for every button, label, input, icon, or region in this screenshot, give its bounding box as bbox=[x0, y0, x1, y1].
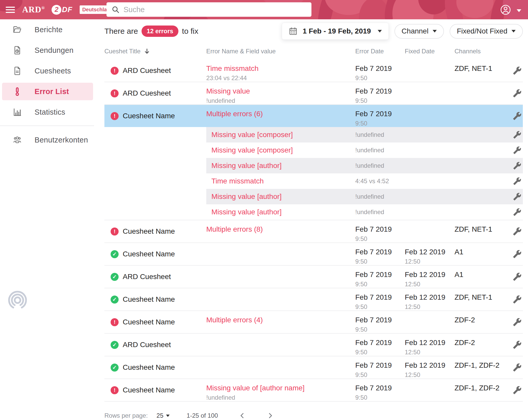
menu-icon[interactable] bbox=[6, 5, 15, 14]
column-cuesheet-title: Cueshet Title bbox=[104, 48, 141, 55]
error-date: Feb 7 2019 bbox=[355, 110, 405, 118]
sort-descending-icon[interactable] bbox=[144, 48, 150, 55]
fixed-icon: ✓ bbox=[111, 296, 119, 304]
table-row[interactable]: ! ✓ Cuesheet Name Multiple errors (4) Fe… bbox=[104, 310, 523, 333]
table-row[interactable]: ! ✓ Cuesheet Name Multiple errors (8) Fe… bbox=[104, 220, 523, 242]
fix-wrench-button[interactable] bbox=[512, 191, 523, 202]
error-name: Missing value [composer] bbox=[211, 131, 355, 139]
previous-page-button[interactable] bbox=[239, 412, 246, 419]
fixed-date: Feb 12 2019 bbox=[405, 361, 455, 369]
main-content: There are 12 errors to fix 1 Feb - 19 Fe… bbox=[94, 19, 528, 420]
table-row[interactable]: ! ✓ Cuesheet Name Multiple errors (6) Fe… bbox=[104, 104, 523, 127]
search-input[interactable] bbox=[123, 5, 299, 14]
sidebar-item-berichte[interactable]: Berichte bbox=[0, 19, 94, 40]
error-name: Missing value [author] bbox=[211, 162, 355, 170]
cuesheet-title: ARD Cuesheet bbox=[123, 66, 171, 75]
rows-per-page-select[interactable]: 25 bbox=[156, 412, 170, 419]
table-row[interactable]: ! ✓ Cuesheet Name Feb 7 2019 9:50 Feb 12… bbox=[104, 356, 523, 379]
search-icon bbox=[112, 6, 119, 13]
fix-wrench-button[interactable] bbox=[512, 226, 523, 237]
account-icon[interactable] bbox=[500, 4, 511, 15]
fix-wrench-button[interactable] bbox=[512, 160, 523, 171]
fix-wrench-button[interactable] bbox=[512, 384, 523, 396]
fix-wrench-button[interactable] bbox=[512, 129, 523, 140]
watermark-logo bbox=[4, 289, 31, 310]
fix-wrench-button[interactable] bbox=[512, 65, 523, 76]
fixed-filter[interactable]: Fixed/Not Fixed bbox=[450, 24, 523, 39]
table-row[interactable]: ! ✓ Cuesheet Name Feb 7 2019 9:50 Feb 12… bbox=[104, 242, 523, 265]
fixed-icon: ✓ bbox=[111, 341, 119, 349]
fix-wrench-button[interactable] bbox=[512, 248, 523, 260]
error-field-value: !undefined bbox=[206, 394, 355, 401]
sidebar-item-benutzerkonten[interactable]: Benutzerkonten bbox=[0, 130, 94, 150]
fix-wrench-button[interactable] bbox=[512, 145, 523, 156]
error-date: Feb 7 2019 bbox=[355, 87, 405, 95]
table-subrow[interactable]: Missing value [composer] !undefined bbox=[206, 127, 523, 142]
fix-wrench-button[interactable] bbox=[512, 206, 523, 218]
table-subrow[interactable]: Missing value [author] !undefined bbox=[206, 189, 523, 204]
errors-count-badge: 12 errors bbox=[142, 26, 178, 37]
table-row[interactable]: ! ✓ ARD Cuesheet Feb 7 2019 9:50 Feb 12 … bbox=[104, 333, 523, 356]
exclamation-icon bbox=[12, 87, 22, 96]
fixed-filter-label: Fixed/Not Fixed bbox=[457, 27, 507, 35]
sidebar: Berichte Sendungen Cuesheets Error List bbox=[0, 19, 94, 420]
sidebar-item-sendungen[interactable]: Sendungen bbox=[0, 40, 94, 61]
fix-wrench-button[interactable] bbox=[512, 316, 523, 328]
table-row[interactable]: ! ✓ Cuesheet Name Feb 7 2019 9:50 Feb 12… bbox=[104, 288, 523, 310]
error-name: Missing value bbox=[206, 87, 250, 95]
table-subrow[interactable]: Missing value [author] !undefined bbox=[206, 204, 523, 220]
error-name: Missing value [author] bbox=[211, 192, 355, 201]
error-time: 9:50 bbox=[355, 258, 405, 265]
fixed-date: Feb 12 2019 bbox=[405, 339, 455, 347]
fixed-date: Feb 12 2019 bbox=[405, 271, 455, 279]
sidebar-item-error-list[interactable]: Error List bbox=[2, 83, 93, 100]
error-time: 9:50 bbox=[355, 303, 405, 310]
cuesheet-title: Cuesheet Name bbox=[123, 250, 175, 258]
table-row[interactable]: ! ✓ ARD Cuesheet Feb 7 2019 9:50 Feb 12 … bbox=[104, 265, 523, 288]
sidebar-item-statistics[interactable]: Statistics bbox=[0, 102, 94, 122]
toolbar: There are 12 errors to fix 1 Feb - 19 Fe… bbox=[104, 19, 523, 43]
next-page-button[interactable] bbox=[267, 412, 274, 419]
zdf-logo: 2 DF bbox=[52, 5, 72, 15]
fix-wrench-button[interactable] bbox=[512, 271, 523, 282]
error-time: 9:50 bbox=[355, 120, 405, 127]
table-subrow[interactable]: Time missmatch 4:45 vs 4:52 bbox=[206, 173, 523, 189]
sidebar-item-label: Error List bbox=[35, 87, 69, 96]
channels: ZDF-1, ZDF-2 bbox=[455, 384, 499, 392]
error-field-value: !undefined bbox=[355, 208, 507, 216]
sidebar-item-label: Sendungen bbox=[35, 46, 73, 55]
channels: ZDF, NET-1 bbox=[455, 225, 492, 233]
date-range-picker[interactable]: 1 Feb - 19 Feb, 2019 bbox=[282, 23, 389, 40]
table-subrow[interactable]: Missing value [composer] !undefined bbox=[206, 142, 523, 158]
error-name: Multiple errors (4) bbox=[206, 316, 263, 324]
channel-filter[interactable]: Channel bbox=[394, 24, 444, 39]
channels: A1 bbox=[455, 271, 463, 279]
fix-wrench-button[interactable] bbox=[512, 294, 523, 305]
error-name: Multiple errors (6) bbox=[206, 110, 263, 118]
error-time: 9:50 bbox=[355, 281, 405, 288]
fix-wrench-button[interactable] bbox=[512, 339, 523, 350]
fixed-date: Feb 12 2019 bbox=[405, 248, 455, 256]
account-chevron-down-icon[interactable] bbox=[517, 9, 521, 12]
table-row[interactable]: ! ✓ ARD Cuesheet Time missmatch 23:04 vs… bbox=[104, 60, 523, 82]
sidebar-item-label: Berichte bbox=[35, 26, 63, 34]
fix-wrench-button[interactable] bbox=[512, 175, 523, 187]
fixed-time: 12:50 bbox=[405, 349, 455, 356]
channels: A1 bbox=[455, 248, 463, 256]
table-header: Cueshet Title Error Name & Field value E… bbox=[104, 43, 523, 60]
fix-wrench-button[interactable] bbox=[512, 88, 523, 99]
table-row[interactable]: ! ✓ Cuesheet Name Missing value of [auth… bbox=[104, 379, 523, 401]
channels: ZDF-1, ZDF-2 bbox=[455, 361, 499, 369]
folder-icon bbox=[12, 25, 22, 35]
error-date: Feb 7 2019 bbox=[355, 361, 405, 369]
error-date: Feb 7 2019 bbox=[355, 64, 405, 73]
error-name: Missing value [composer] bbox=[211, 146, 355, 154]
table-row[interactable]: ! ✓ ARD Cuesheet Missing value !undefine… bbox=[104, 82, 523, 104]
sidebar-item-cuesheets[interactable]: Cuesheets bbox=[0, 61, 94, 81]
cuesheet-title: Cuesheet Name bbox=[123, 112, 175, 120]
fix-wrench-button[interactable] bbox=[512, 110, 523, 122]
table-subrow[interactable]: Missing value [author] !undefined bbox=[206, 158, 523, 173]
fix-wrench-button[interactable] bbox=[512, 362, 523, 373]
error-icon: ! bbox=[111, 112, 119, 120]
cuesheet-title: ARD Cuesheet bbox=[123, 89, 171, 97]
